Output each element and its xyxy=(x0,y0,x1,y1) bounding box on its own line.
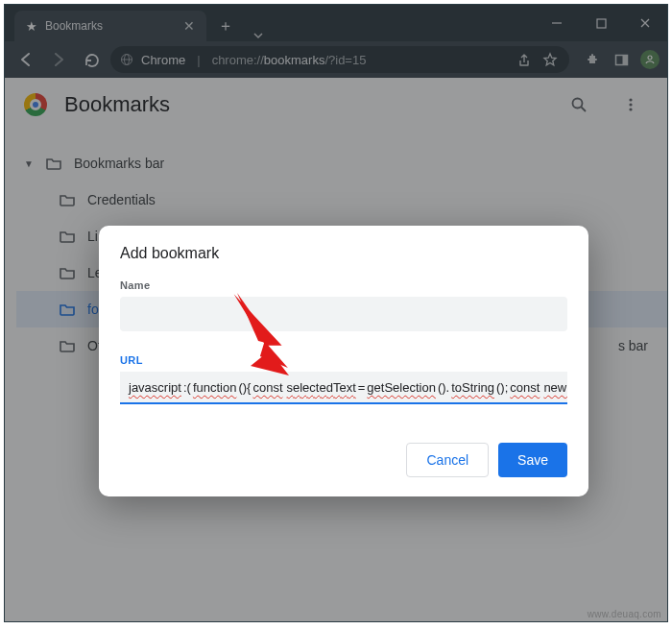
url-field-label: URL xyxy=(120,354,567,366)
save-button[interactable]: Save xyxy=(498,443,567,477)
watermark: www.deuaq.com xyxy=(588,609,661,619)
dialog-title: Add bookmark xyxy=(120,245,567,262)
add-bookmark-dialog: Add bookmark Name URL javascript:(functi… xyxy=(99,226,588,496)
name-input[interactable] xyxy=(120,297,567,331)
browser-window: ★ Bookmarks ✕ ＋ xyxy=(4,4,668,622)
name-field-label: Name xyxy=(120,279,567,291)
url-input[interactable]: javascript:(function(){const selectedTex… xyxy=(120,372,567,404)
dialog-actions: Cancel Save xyxy=(120,443,567,477)
cancel-button[interactable]: Cancel xyxy=(406,443,489,477)
